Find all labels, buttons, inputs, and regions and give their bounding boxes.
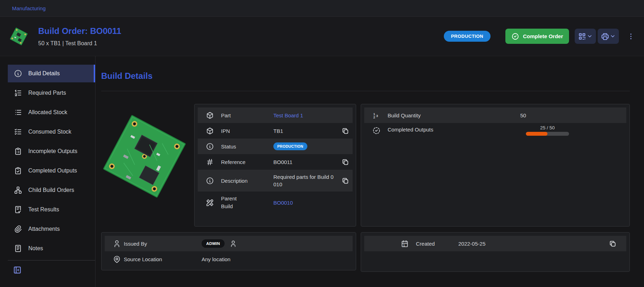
svg-text:3: 3 bbox=[376, 113, 378, 117]
created-row: 1 Created 2022-05-25 bbox=[364, 236, 626, 251]
source-location-value: Any location bbox=[202, 256, 349, 262]
progress-check-icon bbox=[368, 127, 388, 135]
issue-details-card: Issued By ADMIN Source Location Any loca… bbox=[101, 232, 356, 270]
part-details-card: Part Test Board 1 IPN TB1 bbox=[194, 104, 356, 227]
status-row: Status PRODUCTION bbox=[198, 139, 353, 154]
file-check-icon bbox=[14, 205, 22, 214]
clipboard-check-icon bbox=[14, 166, 22, 175]
qrcode-icon bbox=[578, 32, 586, 41]
issued-by-row: Issued By ADMIN bbox=[105, 236, 353, 251]
user-icon bbox=[230, 240, 237, 247]
chevron-down-icon bbox=[610, 33, 616, 39]
sidebar-item-label: Build Details bbox=[28, 70, 60, 77]
calendar-icon: 1 bbox=[396, 240, 416, 248]
sidebar-item-attachments[interactable]: Attachments bbox=[8, 220, 95, 238]
parent-build-link[interactable]: BO0010 bbox=[273, 200, 293, 206]
sidebar-item-child-build-orders[interactable]: Child Build Orders bbox=[8, 181, 95, 199]
clipboard-list-icon bbox=[14, 147, 22, 156]
status-label: Status bbox=[221, 144, 273, 150]
build-quantity-value: 50 bbox=[520, 112, 623, 118]
parent-build-label: Parent Build bbox=[221, 195, 273, 211]
barcode-actions-button[interactable] bbox=[575, 29, 596, 44]
page-subtitle: 50 x TB1 | Test Board 1 bbox=[38, 40, 121, 47]
main-panel: Build Details bbox=[95, 56, 644, 287]
ipn-label: IPN bbox=[221, 128, 273, 134]
progress-text: 25 / 50 bbox=[526, 125, 569, 130]
page-title: Build Order: BO0011 bbox=[38, 26, 121, 36]
build-quantity-label: Build Quantity bbox=[388, 112, 520, 118]
printer-icon bbox=[601, 32, 609, 41]
circle-check-icon bbox=[511, 33, 519, 40]
panel-heading: Build Details bbox=[101, 71, 630, 81]
ipn-value: TB1 bbox=[273, 128, 342, 134]
header-actions: PRODUCTION Complete Order bbox=[444, 29, 637, 44]
issued-by-label: Issued By bbox=[124, 241, 202, 247]
sidebar-item-required-parts[interactable]: Required Parts bbox=[8, 84, 95, 102]
copy-description-button[interactable] bbox=[342, 177, 349, 184]
part-thumbnail-image[interactable] bbox=[8, 26, 29, 47]
dots-vertical-icon bbox=[627, 33, 635, 40]
build-progress-card: 1 2 3 Build Quantity 50 Completed Output… bbox=[361, 104, 630, 227]
description-row: Description Required parts for Build 001… bbox=[198, 170, 353, 192]
info-circle-icon bbox=[201, 142, 221, 151]
svg-text:2: 2 bbox=[373, 115, 375, 119]
sidebar-item-build-details[interactable]: Build Details bbox=[8, 65, 95, 82]
sidebar-item-label: Consumed Stock bbox=[28, 129, 71, 135]
sidebar-item-incomplete-outputs[interactable]: Incomplete Outputs bbox=[8, 142, 95, 160]
title-block: Build Order: BO0011 50 x TB1 | Test Boar… bbox=[38, 26, 121, 47]
user-icon bbox=[108, 240, 124, 248]
sidebar-divider bbox=[8, 260, 95, 260]
parent-build-row: Parent Build BO0010 bbox=[198, 192, 353, 213]
heading-divider bbox=[101, 91, 630, 91]
overflow-menu-button[interactable] bbox=[625, 29, 637, 44]
part-image bbox=[101, 104, 190, 227]
breadcrumb: Manufacturing bbox=[0, 0, 644, 17]
print-actions-button[interactable] bbox=[598, 29, 619, 44]
sidebar-item-test-results[interactable]: Test Results bbox=[8, 201, 95, 218]
created-card: 1 Created 2022-05-25 bbox=[361, 232, 630, 272]
list-icon bbox=[14, 108, 22, 117]
sidebar-item-allocated-stock[interactable]: Allocated Stock bbox=[8, 104, 95, 121]
sidebar-item-notes[interactable]: Notes bbox=[8, 240, 95, 257]
sidebar-item-label: Completed Outputs bbox=[28, 168, 77, 174]
issued-by-badge: ADMIN bbox=[202, 239, 225, 248]
sidebar-collapse-icon bbox=[13, 265, 22, 275]
box-icon bbox=[201, 111, 221, 119]
page-header: Build Order: BO0011 50 x TB1 | Test Boar… bbox=[0, 17, 644, 56]
breadcrumb-link-manufacturing[interactable]: Manufacturing bbox=[12, 5, 46, 11]
sidebar: Build Details Required Parts Allocated S… bbox=[0, 56, 95, 287]
copy-reference-button[interactable] bbox=[342, 158, 349, 166]
part-row: Part Test Board 1 bbox=[198, 107, 353, 123]
part-label: Part bbox=[221, 112, 273, 118]
reference-label: Reference bbox=[221, 159, 273, 165]
build-quantity-row: 1 2 3 Build Quantity 50 bbox=[364, 107, 626, 123]
created-label: Created bbox=[416, 241, 458, 247]
sidebar-item-label: Notes bbox=[28, 245, 43, 252]
created-value: 2022-05-25 bbox=[458, 241, 609, 247]
map-pin-icon bbox=[108, 255, 124, 263]
copy-ipn-button[interactable] bbox=[342, 127, 349, 135]
status-value-badge: PRODUCTION bbox=[273, 142, 307, 150]
sidebar-item-completed-outputs[interactable]: Completed Outputs bbox=[8, 162, 95, 180]
hash-icon bbox=[201, 158, 221, 166]
sidebar-item-consumed-stock[interactable]: Consumed Stock bbox=[8, 123, 95, 141]
part-link[interactable]: Test Board 1 bbox=[273, 112, 303, 118]
sidebar-item-label: Child Build Orders bbox=[28, 187, 74, 193]
copy-created-button[interactable] bbox=[609, 240, 616, 247]
completed-outputs-row: Completed Outputs 25 / 50 bbox=[364, 123, 626, 139]
ipn-row: IPN TB1 bbox=[198, 123, 353, 139]
source-location-row: Source Location Any location bbox=[105, 251, 353, 267]
sidebar-item-label: Test Results bbox=[28, 206, 59, 213]
numbers-123-icon: 1 2 3 bbox=[368, 111, 388, 119]
completed-outputs-progress: 25 / 50 bbox=[526, 125, 569, 136]
progress-bar bbox=[526, 132, 569, 136]
status-badge: PRODUCTION bbox=[444, 31, 490, 42]
complete-order-label: Complete Order bbox=[523, 33, 563, 39]
collapse-sidebar-button[interactable] bbox=[13, 265, 22, 275]
sidebar-item-label: Allocated Stock bbox=[28, 109, 67, 116]
box-icon bbox=[201, 127, 221, 135]
reference-row: Reference BO0011 bbox=[198, 154, 353, 170]
description-label: Description bbox=[221, 178, 273, 184]
info-circle-icon bbox=[201, 177, 221, 185]
complete-order-button[interactable]: Complete Order bbox=[505, 29, 569, 44]
